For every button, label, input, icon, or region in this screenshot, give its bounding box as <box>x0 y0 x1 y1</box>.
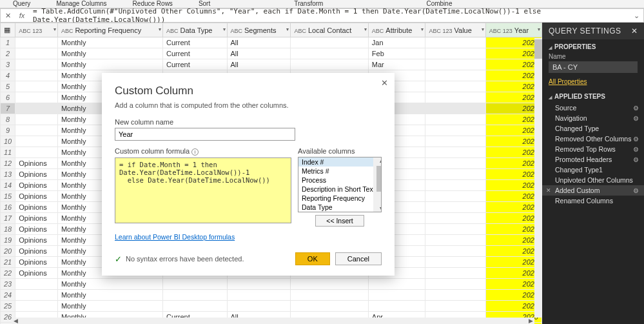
new-column-name-input[interactable] <box>115 128 295 141</box>
dialog-close-icon[interactable]: ✕ <box>381 78 388 88</box>
syntax-status-text: No syntax errors have been detected. <box>126 255 295 263</box>
custom-column-dialog: ✕ Custom Column Add a column that is com… <box>102 73 395 276</box>
available-column-item[interactable]: Metrics # <box>298 167 381 176</box>
available-columns-label: Available columns <box>298 147 355 155</box>
available-column-item[interactable]: Segments <box>298 212 381 212</box>
formula-label: Custom column formula i <box>115 147 291 156</box>
available-column-item[interactable]: Data Type <box>298 203 381 212</box>
custom-formula-input[interactable]: = if Date.Month = 1 then Date.Year(DateT… <box>115 157 291 223</box>
available-column-item[interactable]: Reporting Frequency <box>298 194 381 203</box>
insert-column-button[interactable]: << Insert <box>315 215 364 227</box>
cancel-button[interactable]: Cancel <box>335 252 382 265</box>
available-columns-list[interactable]: Index #Metrics #ProcessDescription in Sh… <box>298 157 382 212</box>
available-column-item[interactable]: Index # <box>298 157 381 167</box>
list-scrollbar[interactable]: ▴▾ <box>373 157 381 212</box>
new-column-name-label: New column name <box>115 118 382 126</box>
available-column-item[interactable]: Process <box>298 176 381 185</box>
info-icon[interactable]: i <box>191 148 199 156</box>
dialog-title: Custom Column <box>115 85 382 97</box>
learn-formulas-link[interactable]: Learn about Power BI Desktop formulas <box>115 233 235 241</box>
available-column-item[interactable]: Description in Short Text <box>298 185 381 194</box>
dialog-subtitle: Add a column that is computed from the o… <box>115 101 382 109</box>
check-icon: ✓ <box>115 254 122 264</box>
ok-button[interactable]: OK <box>295 252 330 265</box>
